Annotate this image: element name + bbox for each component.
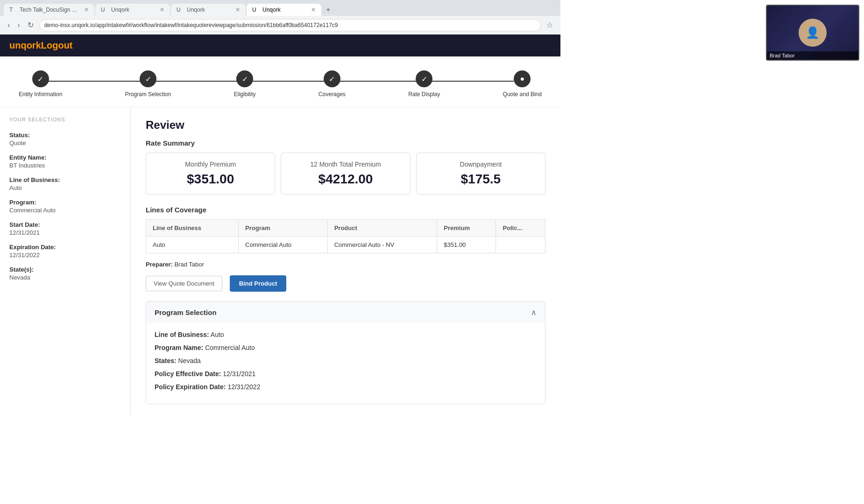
detail-program-name: Program Name: Commercial Auto — [155, 344, 537, 351]
sidebar-program: Program: Commercial Auto — [9, 199, 121, 214]
detail-line-of-business: Line of Business: Auto — [155, 331, 537, 338]
forward-button[interactable]: › — [15, 19, 21, 31]
accordion-body: Line of Business: Auto Program Name: Com… — [146, 323, 545, 404]
detail-expiration-value: 12/31/2022 — [227, 383, 260, 391]
sidebar-start-label: Start Date: — [9, 221, 121, 228]
rate-summary-section: Rate Summary Monthly Premium $351.00 12 … — [146, 139, 545, 195]
tab-2-close[interactable]: ✕ — [160, 7, 164, 13]
step-label-rate: Rate Display — [408, 91, 440, 98]
accordion-title: Program Selection — [155, 308, 217, 316]
step-label-coverages: Coverages — [319, 91, 346, 98]
preparer-row: Preparer: Brad Tabor — [146, 261, 545, 268]
cell-product: Commercial Auto - NV — [327, 237, 437, 253]
back-button[interactable]: ‹ — [6, 19, 12, 31]
detail-states-label: States: — [155, 357, 177, 364]
rate-summary-title: Rate Summary — [146, 139, 545, 147]
tab-1-label: Tech Talk_DocuSign & Unqork — [20, 7, 80, 13]
step-coverages[interactable]: ✓ Coverages — [319, 70, 346, 98]
sidebar-exp-value: 12/31/2022 — [9, 252, 121, 259]
cell-premium: $351.00 — [437, 237, 496, 253]
tab-4-label: Unqork — [262, 7, 281, 13]
content-area: Review Rate Summary Monthly Premium $351… — [131, 107, 560, 415]
detail-policy-effective: Policy Effective Date: 12/31/2021 — [155, 370, 537, 378]
detail-states-value: Nevada — [178, 357, 201, 364]
cell-line-of-business: Auto — [146, 237, 239, 253]
logo-accent: Logout — [41, 40, 73, 50]
bookmark-button[interactable]: ☆ — [545, 19, 555, 31]
sidebar-start-date: Start Date: 12/31/2021 — [9, 221, 121, 236]
monthly-premium-card: Monthly Premium $351.00 — [146, 153, 275, 195]
tab-4-close[interactable]: ✕ — [311, 7, 316, 13]
app-header: unqorkLogout — [0, 35, 560, 56]
tab-3-close[interactable]: ✕ — [235, 7, 240, 13]
sidebar-lob-value: Auto — [9, 184, 121, 191]
step-circle-coverages: ✓ — [324, 70, 340, 87]
browser-chrome: T Tech Talk_DocuSign & Unqork ✕ U Unqork… — [0, 0, 560, 35]
sidebar-line-of-business: Line of Business: Auto — [9, 176, 121, 191]
tab-3[interactable]: U Unqork ✕ — [171, 4, 246, 16]
tab-2-favicon: U — [101, 7, 107, 13]
page-title: Review — [146, 119, 545, 132]
total-premium-value: $4212.00 — [290, 172, 400, 187]
bind-product-button[interactable]: Bind Product — [230, 275, 287, 292]
address-bar-row: ‹ › ↻ ☆ — [0, 16, 560, 34]
progress-line — [47, 81, 514, 82]
tab-2[interactable]: U Unqork ✕ — [95, 4, 170, 16]
chevron-up-icon — [531, 308, 537, 317]
tab-4[interactable]: U Unqork ✕ — [247, 4, 321, 16]
detail-effective-value: 12/31/2021 — [223, 370, 255, 378]
tab-4-favicon: U — [252, 7, 259, 13]
step-label-quote: Quote and Bind — [503, 91, 542, 98]
tab-1-favicon: T — [9, 7, 16, 13]
view-quote-button[interactable]: View Quote Document — [146, 276, 222, 291]
downpayment-card: Downpayment $175.5 — [416, 153, 545, 195]
sidebar-status-label: Status: — [9, 132, 121, 139]
step-circle-quote: ● — [514, 70, 531, 87]
total-premium-card: 12 Month Total Premium $4212.00 — [281, 153, 410, 195]
total-premium-label: 12 Month Total Premium — [290, 161, 400, 168]
step-entity-information[interactable]: ✓ Entity Information — [19, 70, 62, 98]
col-product: Product — [327, 220, 437, 237]
tab-3-label: Unqork — [187, 7, 205, 13]
downpayment-value: $175.5 — [426, 172, 536, 187]
detail-effective-label: Policy Effective Date: — [155, 370, 221, 378]
detail-program-value: Commercial Auto — [205, 344, 255, 351]
new-tab-button[interactable]: + — [322, 4, 334, 16]
step-eligibility[interactable]: ✓ Eligibility — [234, 70, 256, 98]
step-rate-display[interactable]: ✓ Rate Display — [408, 70, 440, 98]
sidebar-states-value: Nevada — [9, 274, 121, 281]
app-logo: unqorkLogout — [9, 40, 73, 51]
sidebar: YOUR SELECTIONS Status: Quote Entity Nam… — [0, 107, 131, 415]
step-label-eligibility: Eligibility — [234, 91, 256, 98]
sidebar-entity-label: Entity Name: — [9, 154, 121, 161]
step-circle-eligibility: ✓ — [236, 70, 253, 87]
monthly-premium-label: Monthly Premium — [156, 161, 265, 168]
tab-2-label: Unqork — [111, 7, 129, 13]
progress-steps: ✓ Entity Information ✓ Program Selection… — [19, 70, 542, 98]
sidebar-states-label: State(s): — [9, 266, 121, 273]
reload-button[interactable]: ↻ — [26, 19, 35, 31]
tab-1[interactable]: T Tech Talk_DocuSign & Unqork ✕ — [4, 4, 94, 16]
col-line-of-business: Line of Business — [146, 220, 239, 237]
sidebar-program-value: Commercial Auto — [9, 207, 121, 214]
step-quote-bind[interactable]: ● Quote and Bind — [503, 70, 542, 98]
step-label-program: Program Selection — [125, 91, 171, 98]
sidebar-exp-label: Expiration Date: — [9, 244, 121, 251]
sidebar-status: Status: Quote — [9, 132, 121, 147]
step-program-selection[interactable]: ✓ Program Selection — [125, 70, 171, 98]
tab-3-favicon: U — [177, 7, 183, 13]
coverage-table: Line of Business Program Product Premium… — [146, 219, 545, 253]
rate-cards: Monthly Premium $351.00 12 Month Total P… — [146, 153, 545, 195]
sidebar-expiration-date: Expiration Date: 12/31/2022 — [9, 244, 121, 259]
detail-states: States: Nevada — [155, 357, 537, 364]
preparer-name: Brad Tabor — [174, 261, 204, 268]
address-bar-input[interactable] — [39, 19, 541, 31]
preparer-label: Preparer: — [146, 261, 173, 268]
sidebar-entity-name: Entity Name: BT Industries — [9, 154, 121, 169]
sidebar-entity-value: BT Industries — [9, 162, 121, 169]
tab-1-close[interactable]: ✕ — [84, 7, 89, 13]
accordion-header[interactable]: Program Selection — [146, 301, 545, 323]
sidebar-program-label: Program: — [9, 199, 121, 206]
tabs-bar: T Tech Talk_DocuSign & Unqork ✕ U Unqork… — [0, 0, 560, 16]
progress-bar-container: ✓ Entity Information ✓ Program Selection… — [0, 56, 560, 107]
